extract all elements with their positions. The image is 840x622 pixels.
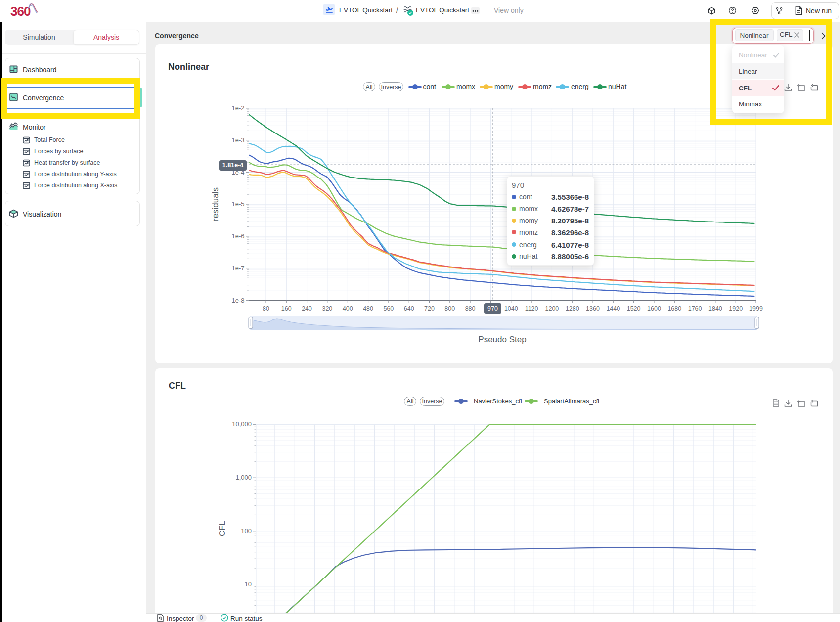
svg-text:320: 320 [322,305,332,312]
svg-text:1e-7: 1e-7 [231,265,244,272]
svg-text:240: 240 [302,305,312,312]
svg-text:80: 80 [263,305,269,312]
svg-text:1120: 1120 [525,305,538,312]
svg-text:880: 880 [465,305,476,312]
svg-text:1840: 1840 [708,305,722,312]
svg-text:1600: 1600 [647,305,661,312]
svg-text:400: 400 [343,305,353,312]
svg-text:1360: 1360 [586,305,600,312]
svg-text:1e-2: 1e-2 [231,104,244,112]
svg-text:1e-5: 1e-5 [231,200,244,208]
svg-text:1280: 1280 [566,305,579,312]
svg-text:1200: 1200 [545,305,559,312]
svg-text:1920: 1920 [729,305,743,312]
svg-text:560: 560 [383,305,394,312]
svg-text:1760: 1760 [688,305,702,312]
svg-text:1e-6: 1e-6 [231,232,244,240]
svg-text:1e-3: 1e-3 [231,136,244,144]
svg-text:160: 160 [281,305,292,312]
svg-text:10: 10 [245,580,252,588]
svg-text:720: 720 [424,305,435,312]
svg-text:10,000: 10,000 [232,420,252,428]
svg-text:1040: 1040 [504,305,518,312]
svg-text:1680: 1680 [667,305,681,312]
svg-text:1999: 1999 [749,305,763,312]
svg-text:800: 800 [444,305,455,312]
svg-text:1440: 1440 [606,305,620,312]
svg-text:1e-8: 1e-8 [231,297,244,304]
svg-text:1520: 1520 [627,305,641,312]
svg-text:1,000: 1,000 [235,474,252,481]
svg-text:640: 640 [404,305,414,312]
svg-text:480: 480 [363,305,373,312]
svg-text:100: 100 [241,527,252,534]
